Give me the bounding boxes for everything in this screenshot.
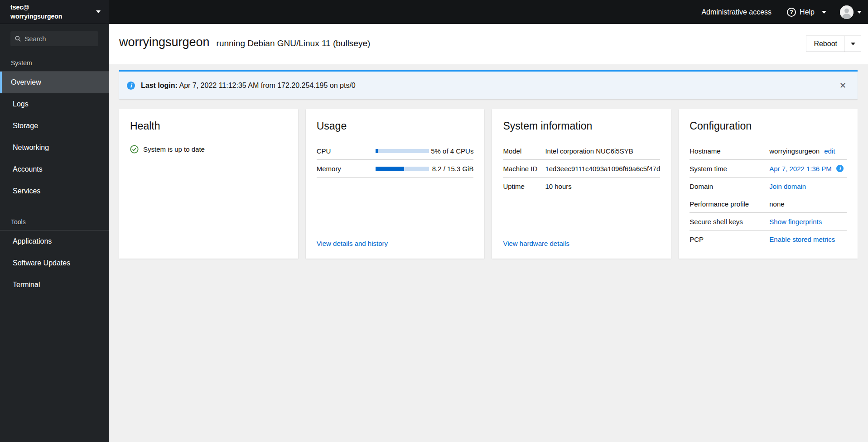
nav-section-system: System Overview Logs Storage Networking … [0, 59, 109, 202]
avatar [840, 5, 854, 19]
table-row: Domain Join domain [690, 178, 847, 195]
chevron-down-icon [857, 11, 862, 14]
row-label: Hostname [690, 147, 769, 155]
card-grid: Health System is up to date Usage [119, 109, 858, 259]
sidebar-item-accounts[interactable]: Accounts [0, 159, 109, 180]
usage-row-value: 8.2 / 15.3 GiB [430, 165, 474, 173]
table-row: Secure shell keys Show fingerprints [690, 213, 847, 231]
account-user-label: tsec@ [10, 3, 96, 12]
help-menu[interactable]: ? Help [787, 8, 826, 17]
usage-row-label: Memory [317, 165, 376, 173]
sidebar-item-logs[interactable]: Logs [0, 93, 109, 115]
table-row: PCP Enable stored metrics [690, 231, 847, 248]
chevron-down-icon [96, 10, 101, 13]
search-input[interactable] [24, 35, 94, 43]
table-row: Performance profile none [690, 195, 847, 213]
card-footer: View hardware details [503, 234, 660, 248]
close-icon[interactable]: ✕ [836, 79, 850, 92]
card-title: Configuration [690, 120, 847, 132]
row-label: Machine ID [503, 165, 545, 173]
cpu-progress-bar [376, 149, 429, 153]
join-domain-link[interactable]: Join domain [769, 183, 806, 190]
table-row: Machine ID 1ed3eec9111c4093a1096f69a6c5f… [503, 160, 660, 178]
table-row: Model Intel corporation NUC6i5SYB [503, 142, 660, 160]
nav-section-tools: Tools Applications Software Updates Term… [0, 218, 109, 296]
memory-progress-bar [376, 167, 429, 171]
table-row: System time Apr 7, 2022 1:36 PM i [690, 160, 847, 178]
row-value: Apr 7, 2022 1:36 PM i [769, 165, 847, 173]
sidebar-search-box [10, 31, 98, 46]
cpu-progress-fill [376, 149, 378, 153]
card-footer: View details and history [317, 234, 474, 248]
usage-table: CPU 5% of 4 CPUs Memory 8.2 / 15.3 GiB [317, 142, 474, 178]
sidebar: tsec@ worryingsurgeon System Overview Lo… [0, 0, 109, 442]
table-row: Uptime 10 hours [503, 178, 660, 195]
alert-text: Last login: Apr 7, 2022 11:12:35 AM from… [141, 82, 356, 90]
question-circle-icon: ? [787, 8, 796, 17]
session-menu[interactable] [840, 5, 862, 19]
enable-stored-metrics-link[interactable]: Enable stored metrics [769, 235, 835, 243]
admin-access-button[interactable]: Administrative access [701, 8, 772, 16]
row-value: Join domain [769, 183, 847, 190]
sidebar-nav: System Overview Logs Storage Networking … [0, 46, 109, 296]
title-group: worryingsurgeon running Debian GNU/Linux… [119, 35, 370, 49]
row-label: Domain [690, 183, 769, 190]
view-hardware-details-link[interactable]: View hardware details [503, 240, 569, 247]
nav-section-title: Tools [0, 218, 109, 231]
row-label: Performance profile [690, 200, 769, 208]
performance-profile-value: none [769, 200, 784, 208]
health-status-text: System is up to date [143, 145, 205, 153]
usage-row-value: 5% of 4 CPUs [430, 147, 474, 155]
masthead: Administrative access ? Help [109, 0, 868, 24]
check-circle-icon [130, 145, 139, 154]
row-label: PCP [690, 235, 769, 243]
row-label: Uptime [503, 183, 545, 190]
table-row: Memory 8.2 / 15.3 GiB [317, 160, 474, 178]
configuration-table: Hostname worryingsurgeon edit System tim… [690, 142, 847, 248]
table-row: Hostname worryingsurgeon edit [690, 142, 847, 160]
edit-hostname-link[interactable]: edit [824, 147, 835, 155]
card-title: System information [503, 120, 660, 132]
sidebar-item-terminal[interactable]: Terminal [0, 274, 109, 296]
row-value: 1ed3eec9111c4093a1096f69a6c5f47d [545, 165, 660, 173]
alert-message: Apr 7, 2022 11:12:35 AM from 172.20.254.… [179, 82, 355, 89]
view-details-history-link[interactable]: View details and history [317, 240, 388, 247]
overview-content: i Last login: Apr 7, 2022 11:12:35 AM fr… [109, 64, 868, 442]
help-label: Help [800, 8, 815, 16]
system-info-table: Model Intel corporation NUC6i5SYB Machin… [503, 142, 660, 195]
sidebar-item-networking[interactable]: Networking [0, 137, 109, 159]
sidebar-item-applications[interactable]: Applications [0, 231, 109, 252]
reboot-dropdown-toggle[interactable] [844, 36, 861, 52]
sidebar-item-services[interactable]: Services [0, 180, 109, 202]
alert-title: Last login: [141, 82, 178, 89]
row-label: Secure shell keys [690, 218, 769, 226]
row-label: System time [690, 165, 769, 173]
os-subtitle: running Debian GNU/Linux 11 (bullseye) [217, 38, 371, 48]
page-title: worryingsurgeon [119, 35, 210, 49]
memory-progress-fill [376, 167, 405, 171]
health-card: Health System is up to date [119, 109, 298, 259]
row-value: Enable stored metrics [769, 235, 847, 243]
sidebar-item-software-updates[interactable]: Software Updates [0, 252, 109, 274]
chevron-down-icon [851, 43, 855, 45]
page-header: worryingsurgeon running Debian GNU/Linux… [109, 24, 868, 64]
search-icon [15, 35, 21, 42]
card-title: Health [130, 120, 287, 132]
row-value: worryingsurgeon edit [769, 147, 847, 155]
info-icon: i [127, 82, 135, 90]
card-title: Usage [317, 120, 474, 132]
app-window: tsec@ worryingsurgeon System Overview Lo… [0, 0, 868, 442]
account-host-label: worryingsurgeon [10, 12, 96, 21]
health-status: System is up to date [130, 145, 287, 154]
host-switcher-dropdown[interactable]: tsec@ worryingsurgeon [0, 0, 109, 24]
reboot-button[interactable]: Reboot [806, 36, 844, 52]
row-value: Intel corporation NUC6i5SYB [545, 147, 660, 155]
account-identity: tsec@ worryingsurgeon [10, 3, 96, 21]
info-icon[interactable]: i [836, 165, 844, 172]
system-time-link[interactable]: Apr 7, 2022 1:36 PM [769, 165, 832, 173]
sidebar-item-storage[interactable]: Storage [0, 115, 109, 137]
usage-row-label: CPU [317, 147, 376, 155]
sidebar-item-overview[interactable]: Overview [0, 72, 109, 93]
nav-section-title: System [0, 59, 109, 72]
show-fingerprints-link[interactable]: Show fingerprints [769, 218, 822, 226]
